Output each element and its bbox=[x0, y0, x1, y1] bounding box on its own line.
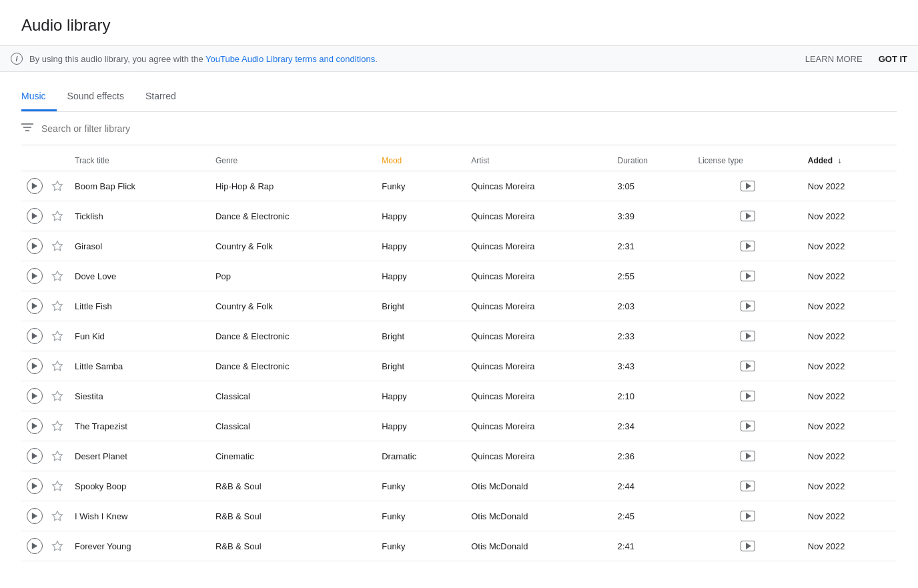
track-mood: Happy bbox=[376, 201, 466, 231]
table-row: Boom Bap Flick Hip-Hop & Rap Funky Quinc… bbox=[21, 171, 897, 201]
star-button[interactable] bbox=[51, 479, 64, 493]
svg-marker-19 bbox=[32, 423, 37, 429]
play-button[interactable] bbox=[27, 448, 43, 464]
track-license bbox=[693, 381, 802, 411]
star-button[interactable] bbox=[51, 239, 64, 253]
track-genre: Dance & Electronic bbox=[210, 351, 376, 381]
star-button[interactable] bbox=[51, 179, 64, 193]
got-it-button[interactable]: GOT IT bbox=[879, 54, 907, 64]
star-button[interactable] bbox=[51, 419, 64, 433]
table-row: Spooky Boop R&B & Soul Funky Otis McDona… bbox=[21, 471, 897, 501]
track-mood: Funky bbox=[376, 171, 466, 201]
star-button[interactable] bbox=[51, 209, 64, 223]
col-genre: Genre bbox=[210, 151, 376, 171]
svg-marker-15 bbox=[32, 363, 37, 369]
play-cell bbox=[21, 501, 45, 531]
star-cell bbox=[45, 471, 69, 501]
track-added: Nov 2022 bbox=[803, 291, 897, 321]
play-button[interactable] bbox=[27, 268, 43, 284]
track-mood: Bright bbox=[376, 351, 466, 381]
search-bar bbox=[21, 112, 897, 145]
star-button[interactable] bbox=[51, 359, 64, 373]
col-artist: Artist bbox=[466, 151, 612, 171]
play-button[interactable] bbox=[27, 538, 43, 554]
star-button[interactable] bbox=[51, 389, 64, 403]
track-genre: Hip-Hop & Rap bbox=[210, 171, 376, 201]
star-button[interactable] bbox=[51, 299, 64, 313]
youtube-icon bbox=[741, 421, 755, 431]
track-artist: Quincas Moreira bbox=[466, 291, 612, 321]
svg-marker-22 bbox=[53, 451, 63, 461]
table-row: Ticklish Dance & Electronic Happy Quinca… bbox=[21, 201, 897, 231]
track-mood: Happy bbox=[376, 411, 466, 441]
star-cell bbox=[45, 321, 69, 351]
play-button[interactable] bbox=[27, 238, 43, 254]
track-added: Nov 2022 bbox=[803, 201, 897, 231]
youtube-icon bbox=[741, 211, 755, 221]
track-genre: R&B & Soul bbox=[210, 531, 376, 561]
svg-marker-23 bbox=[32, 483, 37, 489]
star-button[interactable] bbox=[51, 539, 64, 553]
play-cell bbox=[21, 171, 45, 201]
learn-more-link[interactable]: LEARN MORE bbox=[805, 54, 863, 64]
track-artist: Quincas Moreira bbox=[466, 411, 612, 441]
track-artist: Quincas Moreira bbox=[466, 231, 612, 261]
play-button[interactable] bbox=[27, 298, 43, 314]
tab-music[interactable]: Music bbox=[21, 83, 57, 111]
youtube-icon bbox=[741, 391, 755, 401]
track-title: Ticklish bbox=[69, 201, 210, 231]
track-artist: Quincas Moreira bbox=[466, 201, 612, 231]
track-added: Nov 2022 bbox=[803, 171, 897, 201]
track-added: Nov 2022 bbox=[803, 531, 897, 561]
track-license bbox=[693, 321, 802, 351]
play-button[interactable] bbox=[27, 478, 43, 494]
track-license bbox=[693, 201, 802, 231]
col-added[interactable]: Added ↓ bbox=[803, 151, 897, 171]
play-cell bbox=[21, 351, 45, 381]
play-button[interactable] bbox=[27, 388, 43, 404]
tab-starred[interactable]: Starred bbox=[135, 83, 187, 111]
terms-link[interactable]: YouTube Audio Library terms and conditio… bbox=[205, 54, 375, 64]
track-added: Nov 2022 bbox=[803, 351, 897, 381]
svg-marker-5 bbox=[32, 213, 37, 219]
star-cell bbox=[45, 201, 69, 231]
track-license bbox=[693, 171, 802, 201]
play-button[interactable] bbox=[27, 208, 43, 224]
star-button[interactable] bbox=[51, 449, 64, 463]
star-button[interactable] bbox=[51, 269, 64, 283]
track-mood: Funky bbox=[376, 531, 466, 561]
search-input[interactable] bbox=[41, 123, 242, 134]
youtube-icon bbox=[741, 331, 755, 341]
track-mood: Happy bbox=[376, 231, 466, 261]
star-button[interactable] bbox=[51, 329, 64, 343]
col-duration: Duration bbox=[612, 151, 693, 171]
track-license bbox=[693, 261, 802, 291]
track-duration: 2:34 bbox=[612, 411, 693, 441]
track-license bbox=[693, 411, 802, 441]
col-license-type: License type bbox=[693, 151, 802, 171]
svg-marker-8 bbox=[53, 241, 63, 251]
star-cell bbox=[45, 231, 69, 261]
track-added: Nov 2022 bbox=[803, 321, 897, 351]
play-cell bbox=[21, 201, 45, 231]
track-added: Nov 2022 bbox=[803, 261, 897, 291]
svg-marker-7 bbox=[32, 243, 37, 249]
tab-sound-effects[interactable]: Sound effects bbox=[57, 83, 135, 111]
table-row: The Trapezist Classical Happy Quincas Mo… bbox=[21, 411, 897, 441]
play-button[interactable] bbox=[27, 358, 43, 374]
star-button[interactable] bbox=[51, 509, 64, 523]
track-genre: Dance & Electronic bbox=[210, 321, 376, 351]
star-cell bbox=[45, 291, 69, 321]
filter-icon[interactable] bbox=[21, 121, 33, 135]
svg-marker-6 bbox=[53, 211, 63, 221]
play-button[interactable] bbox=[27, 508, 43, 524]
play-button[interactable] bbox=[27, 328, 43, 344]
svg-marker-4 bbox=[53, 181, 63, 191]
track-mood: Funky bbox=[376, 501, 466, 531]
track-license bbox=[693, 291, 802, 321]
track-duration: 2:44 bbox=[612, 471, 693, 501]
track-duration: 3:05 bbox=[612, 171, 693, 201]
play-button[interactable] bbox=[27, 178, 43, 194]
track-title: Spooky Boop bbox=[69, 471, 210, 501]
play-button[interactable] bbox=[27, 418, 43, 434]
